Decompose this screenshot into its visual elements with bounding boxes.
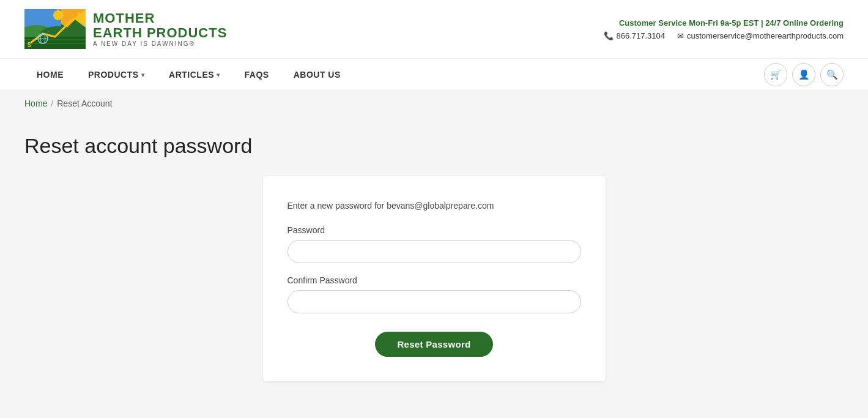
nav-icons: 🛒 👤 🔍	[764, 63, 844, 86]
svg-point-4	[53, 10, 63, 20]
page-title: Reset account password	[24, 134, 844, 158]
email-contact: ✉ customerservice@motherearthproducts.co…	[677, 31, 844, 40]
nav-item-products[interactable]: PRODUCTS ▾	[76, 59, 157, 91]
breadcrumb-separator: /	[51, 99, 53, 108]
confirm-password-label: Confirm Password	[287, 275, 581, 285]
email-address: customerservice@motherearthproducts.com	[687, 31, 844, 40]
password-input[interactable]	[287, 240, 581, 263]
svg-line-6	[62, 12, 63, 13]
breadcrumb-home-link[interactable]: Home	[24, 99, 47, 108]
confirm-password-group: Confirm Password	[287, 275, 581, 313]
phone-number: 866.717.3104	[617, 31, 666, 40]
contact-details: 📞 866.717.3104 ✉ customerservice@mothere…	[604, 31, 844, 40]
chevron-down-icon: ▾	[217, 72, 220, 78]
nav-item-faqs[interactable]: FAQS	[232, 59, 281, 91]
contact-title: Customer Service Mon-Fri 9a-5p EST | 24/…	[604, 18, 844, 28]
nav-links: HOME PRODUCTS ▾ ARTICLES ▾ FAQS ABOUT US	[24, 59, 353, 91]
logo-area: $ MOTHER EARTH PRODUCTS A NEW DAY IS DAW…	[24, 9, 227, 49]
chevron-down-icon: ▾	[141, 72, 145, 78]
logo-graphic: $	[24, 9, 86, 49]
brand-name-area: MOTHER EARTH PRODUCTS A NEW DAY IS DAWNI…	[93, 11, 227, 47]
password-group: Password	[287, 225, 581, 263]
breadcrumb-current: Reset Account	[57, 99, 112, 108]
nav-item-about[interactable]: ABOUT US	[281, 59, 353, 91]
password-label: Password	[287, 225, 581, 235]
brand-tagline: A NEW DAY IS DAWNING®	[93, 40, 227, 47]
cart-icon: 🛒	[770, 69, 782, 80]
main-nav: HOME PRODUCTS ▾ ARTICLES ▾ FAQS ABOUT US…	[0, 59, 868, 91]
account-button[interactable]: 👤	[792, 63, 815, 86]
header-contact: Customer Service Mon-Fri 9a-5p EST | 24/…	[604, 18, 844, 40]
user-icon: 👤	[798, 69, 810, 80]
site-header: $ MOTHER EARTH PRODUCTS A NEW DAY IS DAW…	[0, 0, 868, 59]
phone-contact: 📞 866.717.3104	[604, 31, 666, 40]
phone-icon: 📞	[604, 31, 614, 40]
confirm-password-input[interactable]	[287, 290, 581, 313]
form-instruction: Enter a new password for bevans@globalpr…	[287, 201, 581, 211]
svg-text:$: $	[28, 42, 31, 48]
search-button[interactable]: 🔍	[820, 63, 844, 86]
reset-password-button[interactable]: Reset Password	[375, 332, 492, 357]
main-content: Reset account password Enter a new passw…	[0, 116, 868, 418]
cart-button[interactable]: 🛒	[764, 63, 787, 86]
breadcrumb: Home / Reset Account	[0, 91, 868, 116]
email-icon: ✉	[677, 31, 684, 40]
nav-item-home[interactable]: HOME	[24, 59, 76, 91]
reset-password-card: Enter a new password for bevans@globalpr…	[263, 176, 606, 381]
search-icon: 🔍	[826, 69, 838, 80]
svg-rect-12	[24, 44, 86, 49]
brand-name: MOTHER EARTH PRODUCTS	[93, 11, 227, 40]
nav-item-articles[interactable]: ARTICLES ▾	[157, 59, 232, 91]
